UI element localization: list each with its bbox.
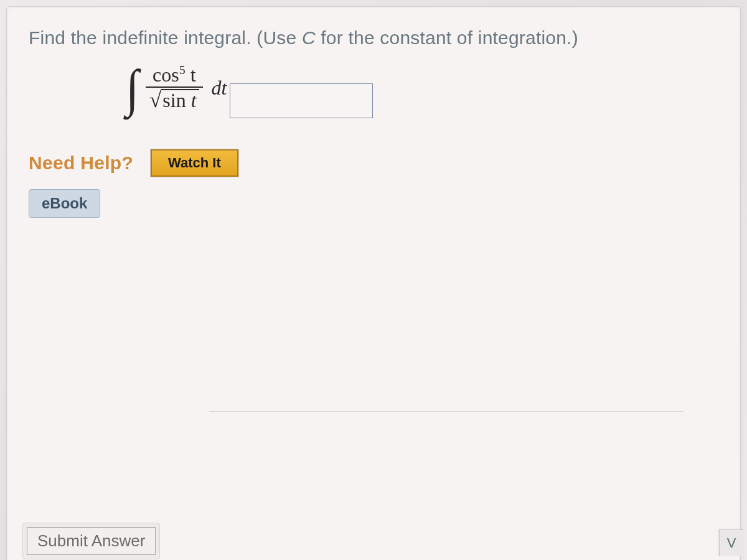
divider-area xyxy=(22,393,741,461)
ebook-button[interactable]: eBook xyxy=(29,189,100,218)
square-root: √ sin t xyxy=(149,89,199,112)
help-row: Need Help? Watch It xyxy=(29,149,718,177)
answer-input[interactable] xyxy=(230,83,373,118)
submit-wrap: Submit Answer xyxy=(22,523,160,559)
denominator-var: t xyxy=(191,89,197,111)
prompt-text-a: Find the indefinite integral. (Use xyxy=(29,27,302,48)
question-card: Find the indefinite integral. (Use C for… xyxy=(6,6,741,560)
need-help-label: Need Help? xyxy=(29,152,133,174)
numerator-power: 5 xyxy=(179,63,186,77)
prompt-text-b: for the constant of integration.) xyxy=(316,27,578,48)
fraction-numerator: cos5 t xyxy=(149,65,199,86)
integral-sign-icon: ∫ xyxy=(126,67,139,109)
fraction: cos5 t √ sin t xyxy=(146,65,203,113)
radical-icon: √ xyxy=(149,89,161,112)
numerator-var: t xyxy=(186,63,196,86)
submit-answer-button[interactable]: Submit Answer xyxy=(27,527,156,555)
prompt-constant-var: C xyxy=(302,27,316,48)
fraction-denominator: √ sin t xyxy=(146,89,203,112)
page-root: Find the indefinite integral. (Use C for… xyxy=(0,0,747,560)
corner-tab-label: V xyxy=(727,535,736,551)
watch-it-button[interactable]: Watch It xyxy=(151,149,238,177)
differential: dt xyxy=(212,77,227,100)
corner-tab[interactable]: V xyxy=(719,530,743,556)
question-prompt: Find the indefinite integral. (Use C for… xyxy=(29,26,718,51)
divider-line xyxy=(209,411,684,412)
integral-expression: ∫ cos5 t √ sin t dt xyxy=(125,65,227,113)
numerator-func: cos xyxy=(153,63,179,86)
denominator-func: sin xyxy=(162,89,190,111)
radicand: sin t xyxy=(161,89,199,111)
